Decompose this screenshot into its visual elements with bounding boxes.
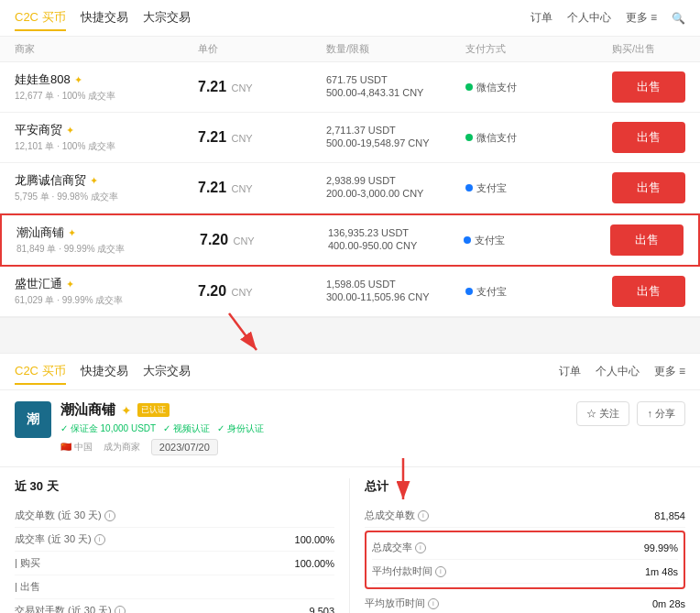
- price-cell: 7.21 CNY: [198, 180, 326, 196]
- col-action: 购买/出售: [612, 42, 685, 56]
- merchant-info: 龙腾诚信商贸 ✦ 5,795 单 · 99.98% 成交率: [15, 172, 198, 203]
- highlighted-stats-box: 总成交率 i 99.99% 平均付款时间 i 1m 48s: [365, 531, 685, 589]
- top-nav-bar: C2C 买币 快捷交易 大宗交易 订单 个人中心 更多 ≡ 🔍: [0, 0, 700, 37]
- merchant-info: 娃娃鱼808 ✦ 12,677 单 · 100% 成交率: [15, 71, 198, 103]
- tab-bulk-trade-top[interactable]: 大宗交易: [143, 5, 191, 31]
- sell-button-row3[interactable]: 出售: [612, 172, 685, 203]
- quantity-cell: 2,711.37 USDT 500.00-19,548.97 CNY: [326, 125, 465, 150]
- info-icon[interactable]: i: [428, 598, 439, 609]
- stat-label: 成交率 (近 30 天) i: [15, 532, 105, 546]
- merchant-name: 龙腾诚信商贸 ✦: [15, 172, 198, 189]
- quantity-cell: 136,935.23 USDT 400.00-950.00 CNY: [328, 227, 464, 253]
- bottom-section: C2C 买币 快捷交易 大宗交易 订单 个人中心 更多 ≡ 潮 潮汕商铺 ✦ 已…: [0, 353, 700, 613]
- merchant-info: 潮汕商铺 ✦ 81,849 单 · 99.99% 成交率: [16, 224, 200, 256]
- profile-tag-deposit: ✓ 保证金 10,000 USDT: [60, 422, 156, 435]
- merchant-name: 盛世汇通 ✦: [15, 276, 198, 292]
- payment-cell: 支付宝: [464, 234, 610, 247]
- verified-icon: ✦: [74, 74, 82, 86]
- info-icon[interactable]: i: [435, 566, 446, 577]
- stat-label: 成交单数 (近 30 天) i: [15, 509, 115, 522]
- merchant-stats: 12,101 单 · 100% 成交率: [15, 140, 198, 153]
- nav-orders-bottom[interactable]: 订单: [559, 364, 581, 379]
- stat-row: 平均放币时间 i 0m 28s: [365, 592, 685, 613]
- price-cell: 7.20 CNY: [200, 232, 328, 248]
- tab-c2c-buy-bottom[interactable]: C2C 买币: [15, 359, 66, 385]
- stat-label: 平均放币时间 i: [365, 597, 439, 610]
- profile-name-row: 潮汕商铺 ✦ 已认证: [60, 401, 567, 419]
- quantity-cell: 671.75 USDT 500.00-4,843.31 CNY: [326, 74, 465, 100]
- red-arrow-1: [183, 309, 293, 355]
- merchant-name: 平安商贸 ✦: [15, 122, 198, 138]
- tab-bulk-trade-bottom[interactable]: 大宗交易: [143, 359, 191, 385]
- verified-icon: ✦: [66, 279, 74, 290]
- sell-button-row2[interactable]: 出售: [612, 122, 685, 153]
- top-nav-right: 订单 个人中心 更多 ≡ 🔍: [530, 10, 685, 26]
- nav-profile-bottom[interactable]: 个人中心: [596, 364, 640, 379]
- tab-c2c-buy-top[interactable]: C2C 买币: [15, 5, 66, 31]
- info-icon[interactable]: i: [415, 542, 426, 553]
- stat-row: 交易对手数 (近 30 天) i 9,503: [15, 599, 334, 613]
- stat-value: 99.99%: [644, 542, 678, 553]
- bottom-nav-tabs: C2C 买币 快捷交易 大宗交易: [15, 359, 191, 385]
- verified-icon: ✦: [121, 403, 132, 418]
- table-header: 商家 单价 数量/限额 支付方式 购买/出售: [0, 37, 700, 62]
- nav-orders-top[interactable]: 订单: [530, 10, 552, 26]
- share-button[interactable]: ↑ 分享: [637, 401, 685, 426]
- trade-row: 龙腾诚信商贸 ✦ 5,795 单 · 99.98% 成交率 7.21 CNY 2…: [0, 163, 700, 213]
- trade-row: 娃娃鱼808 ✦ 12,677 单 · 100% 成交率 7.21 CNY 67…: [0, 62, 700, 113]
- col-price: 单价: [198, 42, 326, 56]
- info-icon[interactable]: i: [104, 510, 115, 521]
- sell-button-row5[interactable]: 出售: [612, 276, 685, 307]
- price-cell: 7.21 CNY: [198, 79, 326, 95]
- tab-quick-trade-bottom[interactable]: 快捷交易: [81, 359, 128, 385]
- payment-cell: 支付宝: [465, 181, 612, 195]
- profile-actions: ☆ 关注 ↑ 分享: [576, 401, 685, 426]
- search-icon-top[interactable]: 🔍: [672, 12, 685, 25]
- stat-label: 平均付款时间 i: [372, 564, 446, 578]
- stat-row: 成交单数 (近 30 天) i: [15, 504, 334, 528]
- stat-label: | 购买: [15, 556, 40, 570]
- nav-profile-top[interactable]: 个人中心: [567, 10, 611, 26]
- stat-value: 100.00%: [295, 558, 334, 569]
- nav-more-bottom[interactable]: 更多 ≡: [654, 364, 685, 379]
- tab-quick-trade-top[interactable]: 快捷交易: [81, 5, 128, 31]
- col-payment: 支付方式: [465, 42, 612, 56]
- merchant-name: 潮汕商铺 ✦: [16, 224, 200, 241]
- verified-icon: ✦: [90, 175, 98, 187]
- verified-badge: 已认证: [137, 403, 170, 417]
- stat-value: 1m 48s: [645, 566, 678, 577]
- stat-value: 100.00%: [295, 534, 334, 545]
- country-label: 🇨🇳 中国: [60, 441, 93, 454]
- stat-row: | 出售: [15, 575, 334, 599]
- merchant-info: 盛世汇通 ✦ 61,029 单 · 99.99% 成交率: [15, 276, 198, 307]
- stats-30days: 近 30 天 成交单数 (近 30 天) i 成交率 (近 30 天) i 10…: [15, 478, 350, 613]
- follow-button[interactable]: ☆ 关注: [576, 401, 629, 426]
- sell-button-row1[interactable]: 出售: [612, 71, 685, 103]
- info-icon[interactable]: i: [115, 606, 126, 614]
- payment-cell: 支付宝: [465, 285, 612, 299]
- nav-more-top[interactable]: 更多 ≡: [626, 10, 657, 26]
- profile-tags: ✓ 保证金 10,000 USDT ✓ 视频认证 ✓ 身份认证: [60, 422, 567, 435]
- sell-button-row4[interactable]: 出售: [610, 224, 684, 256]
- trade-row-highlighted: 潮汕商铺 ✦ 81,849 单 · 99.99% 成交率 7.20 CNY 13…: [0, 213, 700, 267]
- stat-label: | 出售: [15, 580, 40, 594]
- col-merchant: 商家: [15, 42, 198, 56]
- stats-30-title: 近 30 天: [15, 478, 334, 495]
- stat-row: 成交率 (近 30 天) i 100.00%: [15, 528, 334, 552]
- price-cell: 7.20 CNY: [198, 283, 326, 300]
- profile-info: 潮汕商铺 ✦ 已认证 ✓ 保证金 10,000 USDT ✓ 视频认证 ✓ 身份…: [60, 401, 567, 455]
- price-cell: 7.21 CNY: [198, 129, 326, 146]
- red-arrow-2: [348, 449, 440, 513]
- profile-header: 潮 潮汕商铺 ✦ 已认证 ✓ 保证金 10,000 USDT ✓ 视频认证 ✓ …: [15, 401, 685, 455]
- payment-cell: 微信支付: [465, 81, 612, 94]
- info-icon[interactable]: i: [94, 534, 105, 545]
- stat-value: 9,503: [309, 606, 334, 614]
- stat-value: 81,854: [654, 510, 685, 521]
- merchant-info: 平安商贸 ✦ 12,101 单 · 100% 成交率: [15, 122, 198, 153]
- stat-label: 交易对手数 (近 30 天) i: [15, 604, 126, 613]
- stat-value: 0m 28s: [652, 598, 685, 609]
- trade-row: 平安商贸 ✦ 12,101 单 · 100% 成交率 7.21 CNY 2,71…: [0, 113, 700, 163]
- avatar: 潮: [15, 401, 51, 438]
- top-section: C2C 买币 快捷交易 大宗交易 订单 个人中心 更多 ≡ 🔍 商家 单价 数量…: [0, 0, 700, 318]
- verified-icon: ✦: [68, 227, 76, 239]
